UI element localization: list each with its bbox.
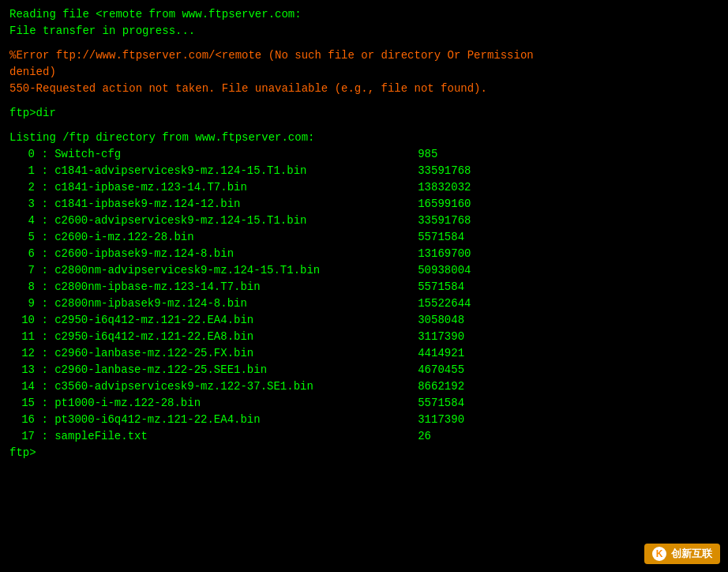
directory-table: 0 : Switch-cfg9851 : c1841-advipservices…: [9, 146, 719, 445]
watermark-text: 创新互联: [671, 547, 712, 561]
dir-separator: :: [35, 378, 54, 395]
dir-separator: :: [35, 163, 54, 179]
dir-filesize: 26: [418, 428, 431, 445]
dir-filename: c2960-lanbase-mz.122-25.SEE1.bin: [54, 362, 418, 378]
line-error-3: 550-Requested action not taken. File una…: [9, 81, 719, 97]
dir-entry-15: 15 : pt1000-i-mz.122-28.bin5571584: [9, 395, 719, 412]
dir-filename: c2800nm-ipbase-mz.123-14.T7.bin: [54, 279, 418, 295]
dir-index: 14: [9, 378, 35, 395]
dir-filename: c2600-advipservicesk9-mz.124-15.T1.bin: [54, 213, 418, 229]
dir-separator: :: [35, 395, 54, 412]
dir-index: 6: [9, 246, 35, 262]
dir-filesize: 3117390: [418, 412, 464, 428]
dir-separator: :: [35, 412, 54, 428]
dir-filename: sampleFile.txt: [54, 428, 418, 445]
dir-index: 16: [9, 412, 35, 428]
line-error-1: %Error ftp://www.ftpserver.com/<remote (…: [9, 47, 719, 64]
dir-separator: :: [35, 295, 54, 312]
dir-filename: c1841-ipbase-mz.123-14.T7.bin: [54, 179, 418, 196]
dir-index: 5: [9, 229, 35, 246]
dir-entry-6: 6 : c2600-ipbasek9-mz.124-8.bin13169700: [9, 246, 719, 262]
dir-filesize: 33591768: [418, 213, 471, 229]
dir-filename: Switch-cfg: [54, 146, 418, 163]
dir-index: 9: [9, 295, 35, 312]
dir-index: 12: [9, 345, 35, 362]
dir-index: 13: [9, 362, 35, 378]
line-error-2: denied): [9, 64, 719, 81]
dir-entry-16: 16 : pt3000-i6q412-mz.121-22.EA4.bin3117…: [9, 412, 719, 428]
dir-filename: c2600-ipbasek9-mz.124-8.bin: [54, 246, 418, 262]
dir-filesize: 3117390: [418, 329, 464, 345]
dir-filesize: 5571584: [418, 279, 464, 295]
dir-entry-12: 12 : c2960-lanbase-mz.122-25.FX.bin44149…: [9, 345, 719, 362]
dir-filesize: 13832032: [418, 179, 471, 196]
dir-entry-17: 17 : sampleFile.txt26: [9, 428, 719, 445]
dir-entry-2: 2 : c1841-ipbase-mz.123-14.T7.bin1383203…: [9, 179, 719, 196]
dir-filename: c2800nm-advipservicesk9-mz.124-15.T1.bin: [54, 262, 418, 279]
dir-entry-13: 13 : c2960-lanbase-mz.122-25.SEE1.bin467…: [9, 362, 719, 378]
dir-separator: :: [35, 146, 54, 163]
dir-filesize: 985: [418, 146, 437, 163]
spacer-3: [9, 122, 719, 130]
dir-filename: pt3000-i6q412-mz.121-22.EA4.bin: [54, 412, 418, 428]
dir-separator: :: [35, 262, 54, 279]
dir-entry-7: 7 : c2800nm-advipservicesk9-mz.124-15.T1…: [9, 262, 719, 279]
dir-separator: :: [35, 179, 54, 196]
dir-entry-8: 8 : c2800nm-ipbase-mz.123-14.T7.bin55715…: [9, 279, 719, 295]
dir-filesize: 15522644: [418, 295, 471, 312]
dir-filesize: 16599160: [418, 196, 471, 213]
dir-filename: c3560-advipservicesk9-mz.122-37.SE1.bin: [54, 378, 418, 395]
dir-filesize: 50938004: [418, 262, 471, 279]
dir-filename: c2960-lanbase-mz.122-25.FX.bin: [54, 345, 418, 362]
dir-separator: :: [35, 362, 54, 378]
dir-entry-9: 9 : c2800nm-ipbasek9-mz.124-8.bin1552264…: [9, 295, 719, 312]
dir-index: 17: [9, 428, 35, 445]
dir-separator: :: [35, 213, 54, 229]
dir-entry-14: 14 : c3560-advipservicesk9-mz.122-37.SE1…: [9, 378, 719, 395]
dir-separator: :: [35, 196, 54, 213]
dir-entry-0: 0 : Switch-cfg985: [9, 146, 719, 163]
dir-filename: c2950-i6q412-mz.121-22.EA8.bin: [54, 329, 418, 345]
line-ftp-dir-cmd: ftp>dir: [9, 105, 719, 122]
dir-filename: c1841-ipbasek9-mz.124-12.bin: [54, 196, 418, 213]
dir-index: 15: [9, 395, 35, 412]
spacer-2: [9, 97, 719, 105]
dir-index: 4: [9, 213, 35, 229]
dir-entry-10: 10 : c2950-i6q412-mz.121-22.EA4.bin30580…: [9, 312, 719, 329]
dir-entry-11: 11 : c2950-i6q412-mz.121-22.EA8.bin31173…: [9, 329, 719, 345]
dir-filesize: 3058048: [418, 312, 464, 329]
dir-filename: c2600-i-mz.122-28.bin: [54, 229, 418, 246]
dir-filesize: 33591768: [418, 163, 471, 179]
dir-index: 3: [9, 196, 35, 213]
dir-filename: pt1000-i-mz.122-28.bin: [54, 395, 418, 412]
dir-filesize: 5571584: [418, 229, 464, 246]
dir-entry-5: 5 : c2600-i-mz.122-28.bin5571584: [9, 229, 719, 246]
dir-index: 1: [9, 163, 35, 179]
spacer-1: [9, 40, 719, 47]
dir-separator: :: [35, 246, 54, 262]
dir-filename: c2950-i6q412-mz.121-22.EA4.bin: [54, 312, 418, 329]
dir-filesize: 5571584: [418, 395, 464, 412]
dir-index: 0: [9, 146, 35, 163]
line-final-prompt[interactable]: ftp>: [9, 445, 719, 461]
line-reading-file: Reading file <remote from www.ftpserver.…: [9, 6, 719, 23]
dir-filename: c2800nm-ipbasek9-mz.124-8.bin: [54, 295, 418, 312]
dir-index: 7: [9, 262, 35, 279]
dir-separator: :: [35, 279, 54, 295]
dir-filesize: 4670455: [418, 362, 464, 378]
dir-index: 10: [9, 312, 35, 329]
line-transfer-progress: File transfer in progress...: [9, 23, 719, 40]
dir-entry-3: 3 : c1841-ipbasek9-mz.124-12.bin16599160: [9, 196, 719, 213]
dir-filesize: 13169700: [418, 246, 471, 262]
dir-filesize: 4414921: [418, 345, 464, 362]
dir-filename: c1841-advipservicesk9-mz.124-15.T1.bin: [54, 163, 418, 179]
watermark-icon: K: [652, 547, 666, 561]
line-listing-header: Listing /ftp directory from www.ftpserve…: [9, 130, 719, 146]
dir-separator: :: [35, 329, 54, 345]
dir-separator: :: [35, 345, 54, 362]
watermark-badge: K 创新互联: [644, 544, 720, 564]
terminal-window: Reading file <remote from www.ftpserver.…: [0, 0, 728, 572]
dir-entry-1: 1 : c1841-advipservicesk9-mz.124-15.T1.b…: [9, 163, 719, 179]
dir-index: 11: [9, 329, 35, 345]
dir-separator: :: [35, 428, 54, 445]
